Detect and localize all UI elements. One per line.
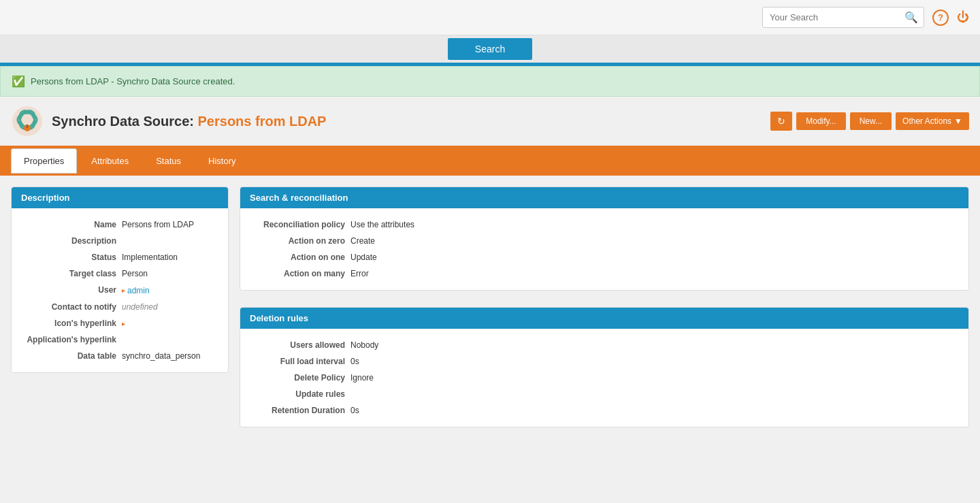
field-label-icon-hyperlink: Icon's hyperlink [21, 319, 116, 328]
field-label-action-one: Action on one [250, 253, 345, 262]
field-value-icon-hyperlink: ▸ [122, 320, 125, 327]
user-arrow-icon: ▸ [122, 287, 125, 294]
app-logo [11, 105, 44, 137]
field-row-target-class: Target class Person [12, 265, 228, 282]
field-label-data-table: Data table [21, 351, 116, 361]
field-row-status: Status Implementation [12, 249, 228, 265]
field-value-data-table: synchro_data_person [122, 351, 200, 361]
title-prefix: Synchro Data Source: [52, 114, 198, 129]
success-icon: ✅ [12, 75, 25, 88]
field-row-name: Name Persons from LDAP [12, 216, 228, 233]
search-bar-row: Search [0, 35, 980, 64]
field-row-action-one: Action on one Update [240, 249, 968, 265]
tab-attributes[interactable]: Attributes [78, 148, 142, 174]
field-row-contact: Contact to notify undefined [12, 299, 228, 315]
field-label-name: Name [21, 220, 116, 229]
field-row-rec-policy: Reconciliation policy Use the attributes [240, 216, 968, 233]
field-row-user: User ▸ admin [12, 282, 228, 299]
field-value-action-many: Error [350, 269, 369, 278]
tab-properties[interactable]: Properties [11, 148, 77, 174]
field-label-contact: Contact to notify [21, 302, 116, 312]
page-title: Synchro Data Source: Persons from LDAP [52, 114, 326, 129]
search-input[interactable] [763, 9, 899, 26]
field-value-status: Implementation [122, 253, 178, 262]
title-actions: ↻ Modify... New... Other Actions ▼ [770, 112, 969, 131]
reconciliation-header-label: Search & reconciliation [250, 193, 348, 203]
field-label-users-allowed: Users allowed [250, 340, 345, 350]
field-row-full-load: Full load interval 0s [240, 353, 968, 370]
search-button[interactable]: Search [448, 38, 532, 60]
success-notification: ✅ Persons from LDAP - Synchro Data Sourc… [0, 66, 980, 97]
field-label-full-load: Full load interval [250, 357, 345, 366]
field-row-data-table: Data table synchro_data_person [12, 348, 228, 364]
content-area: Synchro Data Source: Persons from LDAP ↻… [0, 97, 980, 447]
description-header-label: Description [21, 193, 70, 203]
new-button[interactable]: New... [850, 112, 892, 130]
refresh-button[interactable]: ↻ [770, 112, 792, 131]
description-panel: Description Name Persons from LDAP Descr… [11, 186, 229, 373]
field-value-name: Persons from LDAP [122, 220, 194, 229]
modify-button[interactable]: Modify... [796, 112, 845, 130]
notification-message: Persons from LDAP - Synchro Data Source … [31, 76, 235, 86]
field-row-icon-hyperlink: Icon's hyperlink ▸ [12, 315, 228, 331]
tab-status[interactable]: Status [143, 148, 194, 174]
field-row-app-hyperlink: Application's hyperlink [12, 331, 228, 348]
field-label-action-zero: Action on zero [250, 236, 345, 246]
title-row: Synchro Data Source: Persons from LDAP ↻… [0, 97, 980, 146]
power-button[interactable]: ⏻ [957, 10, 969, 25]
field-value-action-zero: Create [350, 236, 375, 246]
field-value-retention: 0s [350, 406, 359, 415]
field-label-retention: Retention Duration [250, 406, 345, 415]
deletion-panel-header: Deletion rules [240, 308, 968, 329]
help-button[interactable]: ? [932, 10, 949, 26]
field-row-retention: Retention Duration 0s [240, 402, 968, 419]
field-row-action-many: Action on many Error [240, 265, 968, 282]
deletion-panel: Deletion rules Users allowed Nobody Full… [240, 307, 969, 427]
tab-history[interactable]: History [195, 148, 248, 174]
field-row-description: Description [12, 233, 228, 249]
dropdown-icon: ▼ [954, 116, 962, 126]
tabs-bar: Properties Attributes Status History [0, 146, 980, 176]
field-row-action-zero: Action on zero Create [240, 233, 968, 249]
title-left: Synchro Data Source: Persons from LDAP [11, 105, 326, 137]
field-label-action-many: Action on many [250, 269, 345, 278]
reconciliation-panel: Search & reconciliation Reconciliation p… [240, 186, 969, 291]
field-label-rec-policy: Reconciliation policy [250, 220, 345, 229]
search-icon-button[interactable]: 🔍 [899, 7, 924, 27]
reconciliation-panel-header: Search & reconciliation [240, 187, 968, 208]
field-value-users-allowed: Nobody [350, 340, 378, 350]
description-panel-body: Name Persons from LDAP Description Statu… [12, 208, 228, 372]
field-label-target-class: Target class [21, 269, 116, 278]
field-label-app-hyperlink: Application's hyperlink [21, 335, 116, 344]
right-panels: Search & reconciliation Reconciliation p… [240, 186, 969, 436]
other-actions-label: Other Actions [902, 116, 951, 126]
deletion-panel-body: Users allowed Nobody Full load interval … [240, 329, 968, 427]
field-value-delete-policy: Ignore [350, 373, 374, 383]
field-label-update-rules: Update rules [250, 389, 345, 399]
field-value-contact: undefined [122, 302, 158, 312]
field-label-delete-policy: Delete Policy [250, 373, 345, 383]
description-panel-header: Description [12, 187, 228, 208]
field-value-action-one: Update [350, 253, 377, 262]
other-actions-button[interactable]: Other Actions ▼ [896, 112, 969, 130]
top-header: 🔍 ? ⏻ [0, 0, 980, 35]
help-icon: ? [932, 10, 949, 26]
field-value-user[interactable]: admin [127, 286, 150, 295]
refresh-icon: ↻ [777, 116, 785, 127]
field-label-status: Status [21, 253, 116, 262]
panels-area: Description Name Persons from LDAP Descr… [0, 176, 980, 447]
field-value-target-class: Person [122, 269, 148, 278]
title-highlight: Persons from LDAP [198, 114, 327, 129]
reconciliation-panel-body: Reconciliation policy Use the attributes… [240, 208, 968, 290]
field-value-rec-policy: Use the attributes [350, 220, 414, 229]
field-label-user: User [21, 285, 116, 295]
field-row-delete-policy: Delete Policy Ignore [240, 370, 968, 386]
deletion-header-label: Deletion rules [250, 313, 308, 323]
search-box[interactable]: 🔍 [762, 7, 924, 28]
field-label-description: Description [21, 236, 116, 246]
field-value-full-load: 0s [350, 357, 359, 366]
power-icon: ⏻ [957, 10, 969, 24]
field-row-update-rules: Update rules [240, 386, 968, 402]
field-row-users-allowed: Users allowed Nobody [240, 337, 968, 353]
